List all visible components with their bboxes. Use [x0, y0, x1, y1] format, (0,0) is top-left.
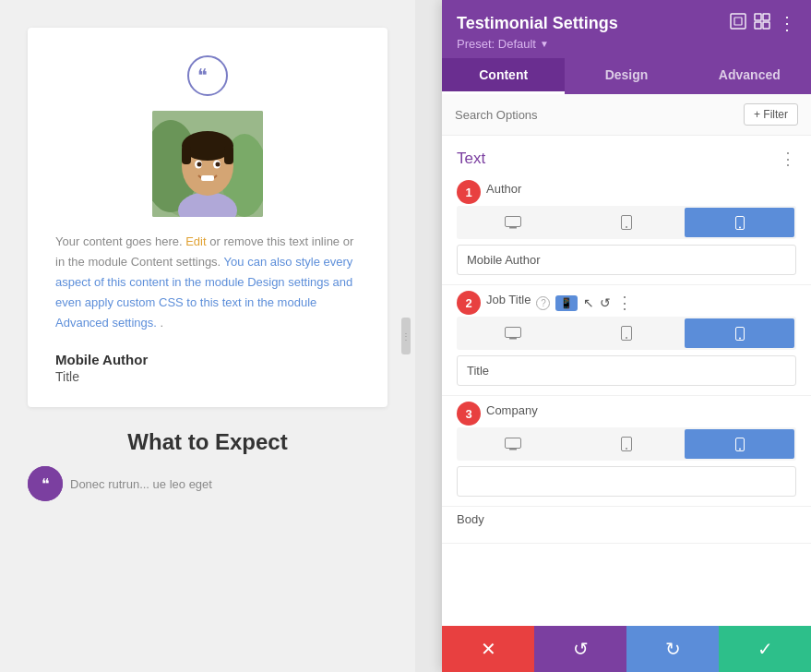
search-input[interactable]: [455, 108, 744, 122]
company-field-block: 3 Company: [442, 396, 811, 507]
more-icon[interactable]: ⋮: [616, 293, 633, 313]
company-tablet-btn[interactable]: [572, 429, 682, 459]
author-field-block: 1 Author: [442, 174, 811, 285]
quote-icon: ❝: [187, 55, 228, 96]
author-input[interactable]: [457, 245, 796, 275]
bottom-bar: ✕ ↺ ↻ ✓: [442, 626, 811, 672]
job-title-label: Job Title: [486, 293, 531, 306]
panel-title: Testimonial Settings: [457, 14, 618, 33]
panel-body: + Filter Text ⋮ 1 Author: [442, 94, 811, 626]
author-badge-wrap: 1 Author: [457, 180, 796, 204]
section-title: Text: [457, 150, 485, 168]
company-label: Company: [486, 403, 538, 417]
panel-header: Testimonial Settings ⋮: [442, 0, 811, 94]
job-title-badge-wrap: 2 Job Title ? 📱 ↖ ↺ ⋮: [457, 291, 796, 315]
author-mobile-btn[interactable]: [685, 208, 794, 237]
author-responsive-row: [457, 206, 796, 239]
svg-rect-18: [731, 14, 745, 29]
svg-point-14: [216, 162, 221, 167]
company-badge-wrap: 3 Company: [457, 402, 796, 426]
company-desktop-btn[interactable]: [459, 429, 568, 459]
svg-rect-25: [509, 227, 517, 229]
svg-rect-23: [763, 22, 769, 29]
preset-row: Preset: Default ▼: [457, 37, 796, 51]
svg-point-41: [739, 448, 741, 450]
jobtitle-desktop-btn[interactable]: [459, 318, 568, 348]
panel-tabs: Content Design Advanced: [442, 58, 811, 94]
svg-rect-30: [506, 328, 521, 338]
company-mobile-btn[interactable]: [685, 429, 794, 459]
resize-handle[interactable]: ⋮: [401, 318, 411, 354]
panel-title-icons: ⋮: [730, 13, 796, 33]
mobile-active-badge: 📱: [555, 295, 578, 311]
svg-rect-36: [506, 438, 521, 449]
what-to-expect-heading: What to Expect: [28, 429, 388, 455]
svg-rect-9: [182, 146, 191, 164]
avatar: [152, 111, 263, 217]
tab-content[interactable]: Content: [442, 58, 565, 94]
author-desktop-btn[interactable]: [459, 208, 568, 237]
svg-rect-24: [506, 217, 521, 227]
left-panel: ❝: [0, 0, 415, 672]
card-text: Your content goes here. Edit or remove t…: [55, 232, 360, 333]
bottom-circle-1: ❝: [28, 466, 63, 501]
cancel-button[interactable]: ✕: [442, 626, 534, 672]
preset-label: Preset: Default: [457, 37, 536, 51]
save-button[interactable]: ✓: [719, 626, 811, 672]
card-job-title: Title: [55, 369, 360, 384]
card-author: Mobile Author: [55, 352, 360, 367]
cursor-icon[interactable]: ↖: [583, 295, 594, 310]
settings-panel: Testimonial Settings ⋮: [442, 0, 811, 672]
svg-text:❝: ❝: [42, 476, 50, 492]
svg-rect-31: [509, 338, 517, 340]
author-label: Author: [486, 182, 521, 196]
svg-rect-15: [201, 175, 214, 181]
jobtitle-mobile-btn[interactable]: [685, 318, 794, 348]
badge-1: 1: [457, 180, 481, 204]
job-title-field-block: 2 Job Title ? 📱 ↖ ↺ ⋮: [442, 285, 811, 396]
svg-rect-37: [509, 449, 517, 450]
grid-icon[interactable]: [754, 13, 770, 33]
tab-advanced[interactable]: Advanced: [688, 58, 811, 94]
svg-point-35: [739, 337, 741, 339]
text-section-header: Text ⋮: [442, 136, 811, 174]
expand-icon[interactable]: [730, 13, 746, 33]
bottom-text: Donec rutrun... ue leo eget: [70, 477, 212, 491]
filter-button[interactable]: + Filter: [744, 103, 798, 126]
preset-arrow-icon[interactable]: ▼: [540, 39, 549, 49]
job-title-input[interactable]: [457, 355, 796, 386]
jobtitle-tablet-btn[interactable]: [572, 318, 682, 348]
svg-point-13: [197, 162, 202, 167]
svg-point-27: [626, 226, 627, 228]
search-bar-row: + Filter: [442, 94, 811, 136]
body-label: Body: [457, 512, 796, 526]
svg-rect-21: [763, 14, 769, 20]
svg-text:❝: ❝: [197, 67, 208, 84]
svg-point-29: [739, 226, 741, 228]
job-title-responsive-row: [457, 317, 796, 350]
more-options-icon[interactable]: ⋮: [778, 14, 796, 32]
badge-2: 2: [457, 291, 481, 315]
panel-title-row: Testimonial Settings ⋮: [457, 13, 796, 33]
tab-design[interactable]: Design: [565, 58, 687, 94]
svg-point-33: [626, 337, 627, 339]
undo-button[interactable]: ↺: [534, 626, 626, 672]
quote-icon-wrap: ❝: [55, 55, 360, 96]
svg-point-39: [626, 448, 627, 450]
section-dots-icon[interactable]: ⋮: [780, 149, 796, 169]
redo-button[interactable]: ↻: [626, 626, 719, 672]
company-responsive-row: [457, 427, 796, 461]
svg-rect-10: [224, 146, 233, 164]
badge-3: 3: [457, 402, 481, 426]
author-tablet-btn[interactable]: [572, 208, 682, 237]
svg-rect-19: [734, 18, 742, 25]
help-icon[interactable]: ?: [536, 296, 550, 310]
body-field-block: Body: [442, 507, 811, 544]
company-input[interactable]: [457, 466, 796, 497]
testimonial-card: ❝: [28, 28, 388, 407]
bottom-avatars-row: ❝ Donec rutrun... ue leo eget: [28, 466, 388, 501]
svg-rect-20: [755, 14, 761, 20]
undo-icon[interactable]: ↺: [600, 295, 611, 310]
svg-rect-22: [755, 22, 761, 29]
